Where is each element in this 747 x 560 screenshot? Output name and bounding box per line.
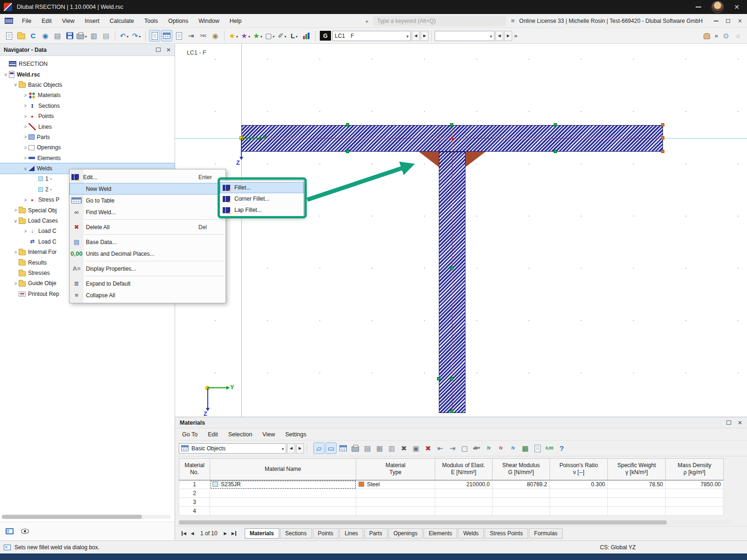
table-tab-points[interactable]: Points <box>313 528 338 539</box>
tree-item-rsection[interactable]: RSECTION <box>0 59 175 69</box>
export-view-icon[interactable]: ⇥ <box>185 30 197 42</box>
clear-table-icon[interactable]: ✖ <box>398 442 409 454</box>
delete-row-icon[interactable]: ✖ <box>423 442 434 454</box>
expander-icon[interactable]: > <box>22 103 28 108</box>
previous-load-case-button[interactable] <box>412 31 420 41</box>
table-row[interactable]: 3 <box>179 498 724 507</box>
table-settings-icon[interactable] <box>338 442 349 454</box>
formula-check-icon[interactable]: fx <box>507 442 519 454</box>
expander-icon[interactable]: > <box>22 114 28 119</box>
new-object-icon[interactable]: ★ <box>228 30 239 42</box>
context-menu-item-base-data[interactable]: ▤Base Data... <box>70 236 226 248</box>
handle-end[interactable] <box>661 136 664 140</box>
tree-item-basic-objects[interactable]: ∨Basic Objects <box>0 80 175 90</box>
table-row[interactable]: 4 <box>179 507 724 516</box>
cell-poisson[interactable] <box>550 507 608 516</box>
cell-weight[interactable] <box>608 507 666 516</box>
table-menu-go-to[interactable]: Go To <box>177 428 203 440</box>
cell-type[interactable]: Steel <box>356 480 435 489</box>
select-rows-icon[interactable]: ▭ <box>325 442 337 454</box>
cell-modulus[interactable] <box>435 507 493 516</box>
menu-item-file[interactable]: File <box>17 14 36 28</box>
copy-row-icon[interactable]: ▣ <box>410 442 422 454</box>
submenu-item-corner-fillet[interactable]: Corner Fillet... <box>220 193 303 204</box>
scrollbar-thumb[interactable] <box>179 520 667 525</box>
select-cells-icon[interactable]: ▱ <box>313 442 324 454</box>
handle[interactable] <box>346 150 349 153</box>
base-data-manager-icon[interactable]: ▤ <box>52 30 63 42</box>
redo-icon[interactable]: ↷ <box>131 30 142 42</box>
cell-type[interactable] <box>356 489 435 498</box>
grid-button[interactable]: ○ <box>733 30 744 42</box>
cell-shear[interactable] <box>493 498 550 507</box>
chevron-down-icon[interactable] <box>280 445 284 452</box>
table-tab-welds[interactable]: Welds <box>458 528 484 539</box>
cell-name[interactable] <box>210 498 356 507</box>
levels-icon[interactable]: L <box>289 30 300 42</box>
expander-icon[interactable]: > <box>13 208 19 213</box>
fillet-weld-left[interactable] <box>419 152 439 167</box>
table-menu-settings[interactable]: Settings <box>280 428 311 440</box>
submenu-item-lap-fillet[interactable]: Lap Fillet... <box>220 204 303 216</box>
expander-icon[interactable]: ∨ <box>22 166 28 171</box>
navigator-scrollbar[interactable] <box>2 515 171 519</box>
snap-button[interactable]: ⊙ <box>720 30 732 42</box>
export-table-icon[interactable]: ⇥ <box>447 442 458 454</box>
table-menu-view[interactable]: View <box>257 428 280 440</box>
menu-item-calculate[interactable]: Calculate <box>105 14 139 28</box>
cell-no[interactable]: 3 <box>179 498 210 507</box>
table-tab-parts[interactable]: Parts <box>364 528 388 539</box>
tree-item-elements[interactable]: >Elements <box>0 153 175 163</box>
units-icon[interactable]: 0,00 <box>544 442 555 454</box>
paste-icon[interactable]: ▥ <box>88 30 99 42</box>
menu-item-options[interactable]: Options <box>163 14 193 28</box>
cell-density[interactable]: 7850.00 <box>666 480 724 489</box>
chevron-down-icon[interactable] <box>272 33 275 39</box>
first-table-button[interactable] <box>180 529 188 538</box>
handle[interactable] <box>450 377 453 380</box>
expander-icon[interactable]: > <box>22 197 28 203</box>
handle-end[interactable] <box>661 150 664 153</box>
table-tab-materials[interactable]: Materials <box>245 528 279 539</box>
table-scope-dropdown[interactable]: Basic Objects <box>179 443 286 454</box>
table-tab-elements[interactable]: Elements <box>423 528 457 539</box>
cell-density[interactable] <box>666 498 724 507</box>
graphics-viewport[interactable]: LC1 - F Y Z Y Z <box>175 44 747 417</box>
results-diagram-icon[interactable] <box>301 30 312 42</box>
close-child-icon[interactable] <box>738 18 742 24</box>
menu-item-window[interactable]: Window <box>193 14 224 28</box>
cell-poisson[interactable] <box>550 489 608 498</box>
open-model-icon[interactable] <box>15 30 27 42</box>
restore-child-icon[interactable] <box>726 19 730 23</box>
scrollbar-thumb[interactable] <box>2 515 142 519</box>
global-cs-button[interactable]: G <box>320 31 331 41</box>
column-header-mass-density[interactable]: Mass Densityρ [kg/m³] <box>666 459 724 480</box>
pan-hand-button[interactable] <box>701 30 712 42</box>
cell-shear[interactable] <box>493 507 550 516</box>
print-icon[interactable] <box>76 30 87 42</box>
cell-name[interactable] <box>210 507 356 516</box>
keyword-list-icon[interactable]: ≡ <box>511 17 514 24</box>
handle[interactable] <box>450 266 453 270</box>
context-menu-item-delete-all[interactable]: ✖Delete AllDel <box>70 221 226 233</box>
cell-shear[interactable] <box>493 489 550 498</box>
navigator-toggle-icon[interactable] <box>6 528 14 534</box>
toolbar-overflow-button[interactable]: » <box>512 32 519 39</box>
column-settings-icon[interactable]: ▥ <box>386 442 397 454</box>
guide-object-icon[interactable]: ★ <box>252 30 263 42</box>
context-menu-item-units-and-decimal-places[interactable]: 0,00Units and Decimal Places... <box>70 248 226 259</box>
cell-no[interactable]: 4 <box>179 507 210 516</box>
visibility-icon[interactable]: ▢ <box>264 30 275 42</box>
new-model-icon[interactable] <box>3 30 14 42</box>
next-item-button[interactable] <box>504 31 512 41</box>
expander-icon[interactable]: > <box>22 145 28 150</box>
ribbon-caret-icon[interactable] <box>366 18 369 24</box>
user-avatar[interactable] <box>712 1 724 13</box>
expander-icon[interactable]: ∨ <box>13 218 19 224</box>
menu-item-edit[interactable]: Edit <box>36 14 57 28</box>
fullscreen-view-icon[interactable] <box>149 30 160 42</box>
cell-weight[interactable] <box>608 489 666 498</box>
minimize-child-icon[interactable] <box>714 21 719 21</box>
tree-item-lines[interactable]: >Lines <box>0 121 175 132</box>
submenu-item-fillet[interactable]: Fillet... <box>220 182 303 193</box>
